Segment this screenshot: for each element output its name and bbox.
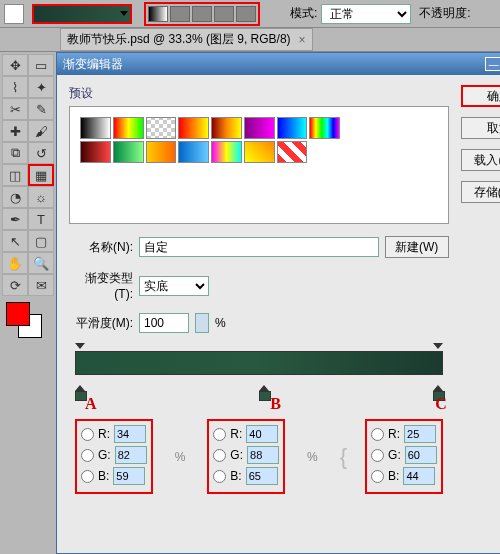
gradient-type-select[interactable]: 实底 — [139, 276, 209, 296]
preset-swatch[interactable] — [309, 117, 340, 139]
history-tool-icon[interactable]: ↺ — [28, 142, 54, 164]
dodge-tool-icon[interactable]: ☼ — [28, 186, 54, 208]
rotate-tool-icon[interactable]: ⟳ — [2, 274, 28, 296]
gradient-editor-dialog: 渐变编辑器 ― □ ✕ 预设 名称(N): 新建(W) 渐变类型(T): — [56, 52, 500, 554]
b-radio[interactable] — [371, 470, 384, 483]
wand-tool-icon[interactable]: ✦ — [28, 76, 54, 98]
lasso-tool-icon[interactable]: ⌇ — [2, 76, 28, 98]
preset-swatch[interactable] — [244, 117, 275, 139]
g-radio[interactable] — [81, 449, 94, 462]
shape-tool-icon[interactable]: ▢ — [28, 230, 54, 252]
type-label: 渐变类型(T): — [69, 270, 133, 301]
opacity-stop-right[interactable] — [433, 343, 443, 353]
r-input-b[interactable] — [246, 425, 278, 443]
cancel-button[interactable]: 取消 — [461, 117, 500, 139]
preset-swatch[interactable] — [113, 117, 144, 139]
notes-tool-icon[interactable]: ✉ — [28, 274, 54, 296]
g-input-c[interactable] — [405, 446, 437, 464]
g-radio[interactable] — [213, 449, 226, 462]
eraser-tool-icon[interactable]: ◫ — [2, 164, 28, 186]
g-radio[interactable] — [371, 449, 384, 462]
radial-gradient-icon[interactable] — [170, 6, 190, 22]
color-swatches[interactable] — [2, 302, 54, 342]
close-icon[interactable]: × — [299, 33, 306, 47]
rgb-group-b: R: G: B: — [207, 419, 285, 494]
preset-swatch[interactable] — [80, 141, 111, 163]
b-input-a[interactable] — [113, 467, 145, 485]
mark-b: B — [270, 395, 281, 413]
hand-tool-icon[interactable]: ✋ — [2, 252, 28, 274]
color-stop-a[interactable] — [75, 385, 85, 399]
eyedropper-tool-icon[interactable]: ✎ — [28, 98, 54, 120]
r-radio[interactable] — [81, 428, 94, 441]
foreground-color-swatch[interactable] — [6, 302, 30, 326]
name-input[interactable] — [139, 237, 379, 257]
gradient-bar[interactable]: A B C — [69, 351, 449, 411]
ok-button[interactable]: 确定 — [461, 85, 500, 107]
blend-mode-select[interactable]: 正常 — [321, 4, 411, 24]
percent-label: % — [215, 316, 226, 330]
smoothness-input[interactable] — [139, 313, 189, 333]
type-tool-icon[interactable]: T — [28, 208, 54, 230]
gradient-tool-icon[interactable]: ▦ — [28, 164, 54, 186]
mark-a: A — [85, 395, 97, 413]
blur-tool-icon[interactable]: ◔ — [2, 186, 28, 208]
rgb-group-a: R: G: B: — [75, 419, 153, 494]
stamp-tool-icon[interactable]: ⧉ — [2, 142, 28, 164]
opacity-stop-left[interactable] — [75, 343, 85, 353]
b-radio[interactable] — [81, 470, 94, 483]
smoothness-stepper[interactable] — [195, 313, 209, 333]
preset-swatch[interactable] — [211, 141, 242, 163]
g-input-b[interactable] — [247, 446, 279, 464]
preset-swatch[interactable] — [80, 117, 111, 139]
document-tab[interactable]: 教师节快乐.psd @ 33.3% (图层 9, RGB/8) × — [60, 28, 313, 51]
preset-swatch[interactable] — [277, 141, 308, 163]
gradient-preview-dropdown[interactable] — [32, 4, 132, 24]
new-button[interactable]: 新建(W) — [385, 236, 449, 258]
mode-label: 模式: — [290, 5, 317, 22]
minimize-icon[interactable]: ― — [485, 57, 500, 71]
linear-gradient-icon[interactable] — [148, 6, 168, 22]
presets-panel — [69, 106, 449, 224]
r-radio[interactable] — [371, 428, 384, 441]
preset-swatch[interactable] — [277, 117, 308, 139]
zoom-tool-icon[interactable]: 🔍 — [28, 252, 54, 274]
tool-preset-swatch[interactable] — [4, 4, 24, 24]
marquee-tool-icon[interactable]: ▭ — [28, 54, 54, 76]
r-input-c[interactable] — [404, 425, 436, 443]
preset-swatch[interactable] — [178, 117, 209, 139]
heal-tool-icon[interactable]: ✚ — [2, 120, 28, 142]
mark-c: C — [435, 395, 447, 413]
preset-swatch[interactable] — [244, 141, 275, 163]
presets-label: 预设 — [69, 85, 449, 102]
preset-swatch[interactable] — [113, 141, 144, 163]
load-button[interactable]: 载入(L)... — [461, 149, 500, 171]
preset-swatch[interactable] — [146, 141, 177, 163]
save-button[interactable]: 存储(S)... — [461, 181, 500, 203]
smooth-label: 平滑度(M): — [69, 315, 133, 332]
diamond-gradient-icon[interactable] — [236, 6, 256, 22]
rgb-group-c: R: G: B: — [365, 419, 443, 494]
brush-tool-icon[interactable]: 🖌 — [28, 120, 54, 142]
path-tool-icon[interactable]: ↖ — [2, 230, 28, 252]
color-stop-b[interactable] — [259, 385, 269, 399]
crop-tool-icon[interactable]: ✂ — [2, 98, 28, 120]
move-tool-icon[interactable]: ✥ — [2, 54, 28, 76]
reflected-gradient-icon[interactable] — [214, 6, 234, 22]
document-tab-bar: 教师节快乐.psd @ 33.3% (图层 9, RGB/8) × — [0, 28, 500, 52]
dialog-titlebar[interactable]: 渐变编辑器 ― □ ✕ — [57, 53, 500, 75]
b-radio[interactable] — [213, 470, 226, 483]
pen-tool-icon[interactable]: ✒ — [2, 208, 28, 230]
preset-swatch[interactable] — [211, 117, 242, 139]
options-bar: 模式: 正常 不透明度: — [0, 0, 500, 28]
b-input-c[interactable] — [403, 467, 435, 485]
opacity-label: 不透明度: — [419, 5, 470, 22]
preset-swatch[interactable] — [178, 141, 209, 163]
b-input-b[interactable] — [246, 467, 278, 485]
preset-swatch[interactable] — [146, 117, 177, 139]
r-input-a[interactable] — [114, 425, 146, 443]
r-radio[interactable] — [213, 428, 226, 441]
document-title: 教师节快乐.psd @ 33.3% (图层 9, RGB/8) — [67, 31, 291, 48]
g-input-a[interactable] — [115, 446, 147, 464]
angle-gradient-icon[interactable] — [192, 6, 212, 22]
